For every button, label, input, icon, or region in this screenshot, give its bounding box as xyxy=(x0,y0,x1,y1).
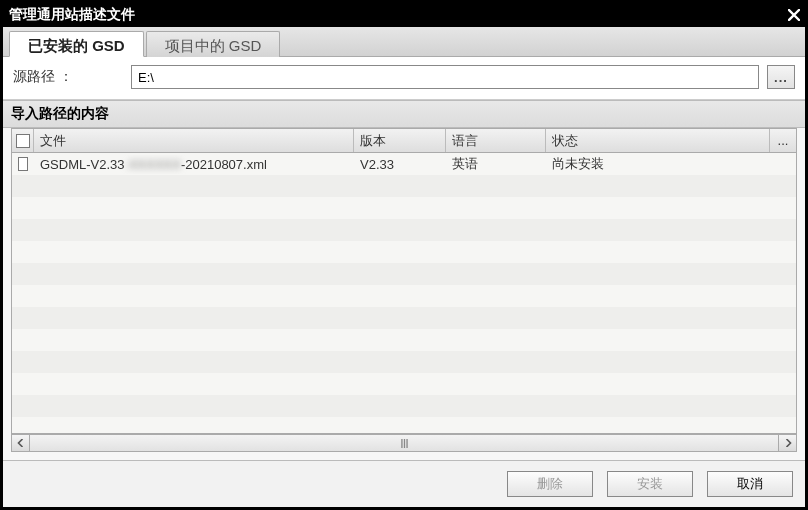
titlebar: 管理通用站描述文件 xyxy=(3,3,805,27)
scroll-right-button[interactable] xyxy=(778,435,796,451)
tab-project-gsd[interactable]: 项目中的 GSD xyxy=(146,31,281,57)
horizontal-scrollbar[interactable]: Ⅲ xyxy=(11,434,797,452)
header-status[interactable]: 状态 xyxy=(546,129,770,152)
row-checkbox-cell[interactable] xyxy=(12,155,34,173)
row-file-cell: GSDML-V2.33-XXXXXX-20210807.xml xyxy=(34,155,354,174)
header-language[interactable]: 语言 xyxy=(446,129,546,152)
delete-button[interactable]: 删除 xyxy=(507,471,593,497)
section-title: 导入路径的内容 xyxy=(3,100,805,128)
tab-bar: 已安装的 GSD 项目中的 GSD xyxy=(3,27,805,57)
close-icon xyxy=(788,9,800,21)
scroll-track[interactable]: Ⅲ xyxy=(30,435,778,451)
source-path-label: 源路径 ： xyxy=(13,68,123,86)
file-name-prefix: GSDML-V2.33 xyxy=(40,157,125,172)
dialog-button-row: 删除 安装 取消 xyxy=(3,460,805,507)
source-panel: 源路径 ： ... xyxy=(3,57,805,100)
row-language-cell: 英语 xyxy=(446,153,546,175)
row-more-cell xyxy=(770,162,796,166)
row-version-cell: V2.33 xyxy=(354,155,446,174)
chevron-left-icon xyxy=(17,439,25,447)
file-name-obscured: -XXXXXX xyxy=(125,157,181,172)
table-body: GSDML-V2.33-XXXXXX-20210807.xml V2.33 英语… xyxy=(12,153,796,433)
close-button[interactable] xyxy=(783,5,805,25)
header-file[interactable]: 文件 xyxy=(34,129,354,152)
scroll-grip-icon: Ⅲ xyxy=(400,436,409,451)
install-button[interactable]: 安装 xyxy=(607,471,693,497)
file-name-suffix: -20210807.xml xyxy=(181,157,267,172)
checkbox-icon xyxy=(16,134,30,148)
chevron-right-icon xyxy=(784,439,792,447)
table-header-row: 文件 版本 语言 状态 ... xyxy=(12,129,796,153)
cancel-button[interactable]: 取消 xyxy=(707,471,793,497)
checkbox-icon xyxy=(18,157,28,171)
header-version[interactable]: 版本 xyxy=(354,129,446,152)
file-table: 文件 版本 语言 状态 ... GSDML-V2.33-XXXXXX-20210… xyxy=(11,128,797,434)
scroll-left-button[interactable] xyxy=(12,435,30,451)
window-title: 管理通用站描述文件 xyxy=(9,6,135,24)
dialog-window: 管理通用站描述文件 已安装的 GSD 项目中的 GSD 源路径 ： ... 导入… xyxy=(0,0,808,510)
table-row[interactable]: GSDML-V2.33-XXXXXX-20210807.xml V2.33 英语… xyxy=(12,153,796,175)
tab-installed-gsd[interactable]: 已安装的 GSD xyxy=(9,31,144,57)
row-status-cell: 尚未安装 xyxy=(546,153,770,175)
source-row: 源路径 ： ... xyxy=(13,65,795,89)
browse-button[interactable]: ... xyxy=(767,65,795,89)
header-select-all[interactable] xyxy=(12,129,34,152)
source-path-input[interactable] xyxy=(131,65,759,89)
header-more[interactable]: ... xyxy=(770,129,796,152)
